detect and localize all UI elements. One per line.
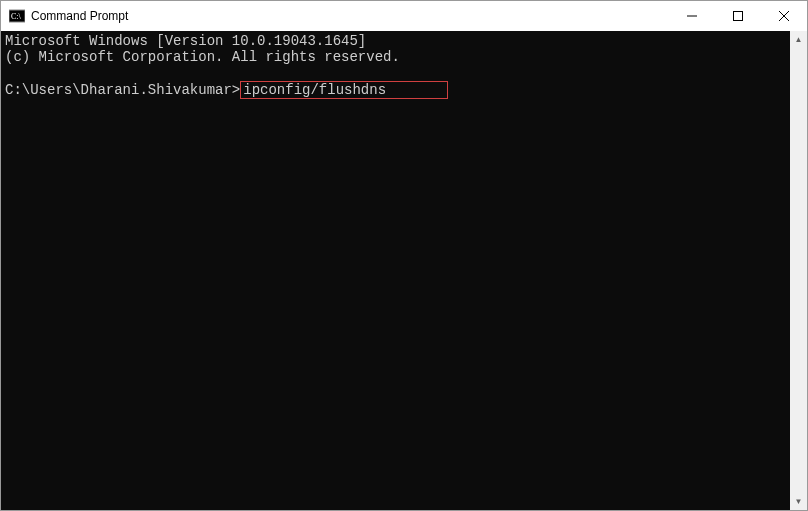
scroll-down-arrow-icon[interactable]: ▼ [790, 493, 807, 510]
terminal-output[interactable]: Microsoft Windows [Version 10.0.19043.16… [1, 31, 790, 510]
terminal-container: Microsoft Windows [Version 10.0.19043.16… [1, 31, 807, 510]
svg-text:C:\: C:\ [11, 12, 22, 21]
typed-command: ipconfig/flushdns [243, 82, 386, 98]
maximize-icon [733, 11, 743, 21]
scroll-up-arrow-icon[interactable]: ▲ [790, 31, 807, 48]
copyright-line: (c) Microsoft Corporation. All rights re… [5, 49, 400, 65]
titlebar: C:\ Command Prompt [1, 1, 807, 31]
maximize-button[interactable] [715, 1, 761, 31]
version-line: Microsoft Windows [Version 10.0.19043.16… [5, 33, 366, 49]
close-icon [779, 11, 789, 21]
svg-rect-3 [734, 12, 743, 21]
vertical-scrollbar[interactable]: ▲ ▼ [790, 31, 807, 510]
minimize-button[interactable] [669, 1, 715, 31]
minimize-icon [687, 11, 697, 21]
prompt-text: C:\Users\Dharani.Shivakumar> [5, 82, 240, 98]
command-highlight: ipconfig/flushdns [240, 81, 448, 99]
window-title: Command Prompt [31, 1, 669, 31]
close-button[interactable] [761, 1, 807, 31]
command-prompt-icon: C:\ [9, 8, 25, 24]
window-controls [669, 1, 807, 31]
